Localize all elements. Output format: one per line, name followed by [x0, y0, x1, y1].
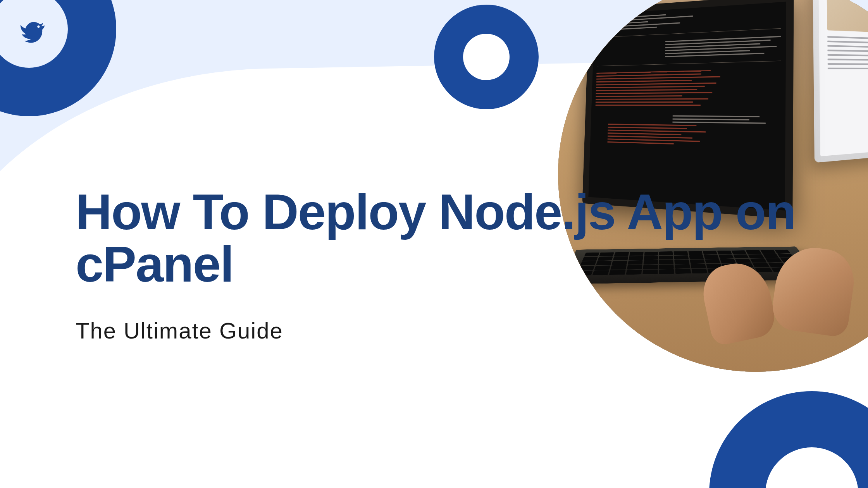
- secondary-laptop: [813, 0, 868, 163]
- top-ring-decoration: [434, 5, 539, 109]
- page-title: How To Deploy Node.js App on cPanel: [76, 186, 868, 290]
- main-content: How To Deploy Node.js App on cPanel The …: [76, 186, 868, 344]
- bird-logo-icon: [17, 15, 48, 46]
- page-subtitle: The Ultimate Guide: [76, 318, 868, 344]
